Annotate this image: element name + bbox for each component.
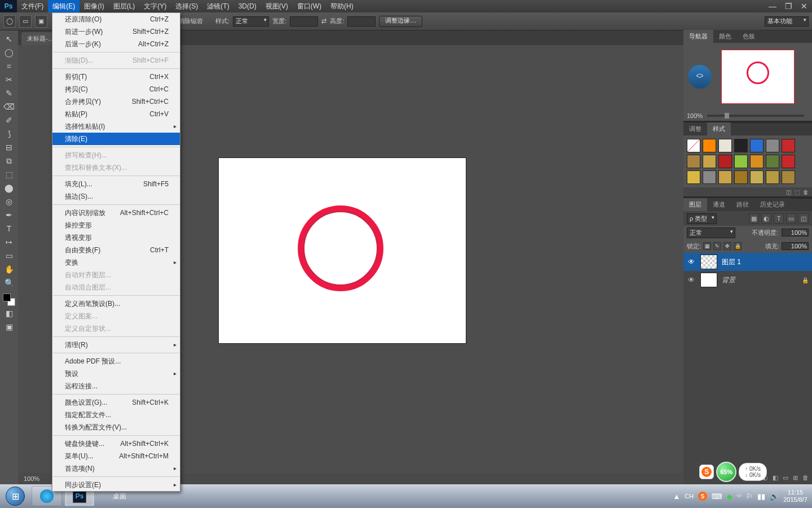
show-desktop-label[interactable]: 桌面 (96, 492, 143, 501)
tool-5[interactable]: ⌫ (2, 100, 16, 113)
menuitem-变换[interactable]: 变换 (52, 256, 180, 269)
tool-4[interactable]: ✎ (2, 87, 16, 99)
maximize-button[interactable]: ❐ (780, 0, 796, 12)
minimize-button[interactable]: — (765, 0, 780, 12)
menu-窗口(W)[interactable]: 窗口(W) (293, 0, 326, 12)
style-swatch-8[interactable] (703, 155, 716, 168)
style-swatch-2[interactable] (718, 139, 732, 152)
menu-文件(F)[interactable]: 文件(F) (17, 0, 48, 12)
filter-type-icon[interactable]: T (774, 213, 784, 224)
tool-2[interactable]: ⌗ (2, 60, 16, 72)
menuitem-粘贴(P)[interactable]: 粘贴(P)Ctrl+V (52, 108, 180, 120)
tab-history[interactable]: 历史记录 (754, 198, 791, 211)
tab-swatches[interactable]: 色板 (737, 30, 761, 43)
blend-mode-select[interactable]: 正常 (687, 227, 735, 238)
tray-network-icon[interactable]: ▮▮ (757, 492, 765, 501)
menu-图层(L)[interactable]: 图层(L) (109, 0, 140, 12)
tab-navigator[interactable]: 导航器 (683, 30, 713, 43)
style-swatch-13[interactable] (782, 155, 795, 168)
menuitem-合并拷贝(Y)[interactable]: 合并拷贝(Y)Shift+Ctrl+C (52, 95, 180, 108)
tool-preset-icon[interactable]: ◯ (3, 15, 16, 28)
navigator-zoom-slider[interactable] (707, 115, 804, 117)
visibility-icon[interactable]: 👁 (687, 258, 696, 266)
tool-13[interactable]: ✒ (2, 209, 16, 221)
style-swatch-15[interactable] (703, 170, 716, 184)
lock-pos-icon[interactable]: ✥ (723, 242, 731, 250)
style-select[interactable]: 正常 (233, 16, 269, 27)
style-swatch-11[interactable] (750, 155, 764, 168)
menu-视图(V)[interactable]: 视图(V) (261, 0, 293, 12)
menuitem-内容识别缩放[interactable]: 内容识别缩放Alt+Shift+Ctrl+C (52, 207, 180, 219)
style-swatch-0[interactable] (687, 139, 700, 152)
menuitem-还原清除(O)[interactable]: 还原清除(O)Ctrl+Z (52, 13, 180, 25)
fill-input[interactable]: 100% (782, 242, 809, 250)
start-button[interactable]: ⊞ (0, 484, 30, 508)
layer-foot-btn-5[interactable]: ⊞ (793, 474, 798, 481)
menu-图像(I)[interactable]: 图像(I) (80, 0, 108, 12)
menuitem-预设[interactable]: 预设 (52, 367, 180, 380)
lock-all-icon[interactable]: 🔒 (734, 242, 742, 250)
filter-shape-icon[interactable]: ▭ (786, 213, 796, 224)
tab-color[interactable]: 颜色 (713, 30, 737, 43)
tool-7[interactable]: ⟆ (2, 128, 16, 140)
style-swatch-10[interactable] (734, 155, 748, 168)
tray-shield-icon[interactable]: ◆ (727, 492, 732, 501)
layer-row-0[interactable]: 👁图层 1 (683, 253, 812, 271)
menuitem-选择性粘贴(I)[interactable]: 选择性粘贴(I) (52, 120, 180, 133)
style-swatch-12[interactable] (766, 155, 779, 168)
navigator-thumbnail[interactable] (721, 50, 795, 104)
filter-adjust-icon[interactable]: ◐ (761, 213, 771, 224)
tray-clock[interactable]: 11:15 2015/8/7 (783, 489, 807, 503)
style-swatch-14[interactable] (687, 170, 700, 184)
menuitem-定义画笔预设(B)...[interactable]: 定义画笔预设(B)... (52, 297, 180, 310)
tray-sogou-icon[interactable]: S (698, 492, 707, 501)
tray-ime[interactable]: CH (685, 493, 694, 500)
menu-文字(Y)[interactable]: 文字(Y) (139, 0, 171, 12)
tab-paths[interactable]: 路径 (731, 198, 754, 211)
accelerator-badge[interactable]: 65% (716, 462, 736, 482)
tab-styles[interactable]: 样式 (707, 122, 731, 135)
layer-foot-btn-4[interactable]: ▭ (783, 474, 788, 481)
menuitem-前进一步(W)[interactable]: 前进一步(W)Shift+Ctrl+Z (52, 25, 180, 38)
navigator-zoom[interactable]: 100% (687, 112, 703, 119)
tool-12[interactable]: ◎ (2, 195, 16, 208)
menuitem-指定配置文件...[interactable]: 指定配置文件... (52, 409, 180, 421)
tool-3[interactable]: ✂ (2, 73, 16, 86)
menu-滤镜(T)[interactable]: 滤镜(T) (202, 0, 233, 12)
tool-0[interactable]: ↖ (2, 33, 16, 45)
tool-mode-1[interactable]: ▣ (2, 321, 16, 333)
menuitem-Adobe PDF 预设...[interactable]: Adobe PDF 预设... (52, 355, 180, 367)
style-swatch-1[interactable] (703, 139, 716, 152)
style-swatch-3[interactable] (734, 139, 748, 152)
tab-layers[interactable]: 图层 (683, 198, 707, 211)
zoom-level[interactable]: 100% (24, 475, 39, 482)
menu-3D(D)[interactable]: 3D(D) (234, 0, 261, 12)
tab-channels[interactable]: 通道 (707, 198, 731, 211)
style-swatch-5[interactable] (766, 139, 779, 152)
style-swatch-19[interactable] (766, 170, 779, 184)
layer-name[interactable]: 背景 (722, 275, 735, 285)
menuitem-后退一步(K)[interactable]: 后退一步(K)Alt+Ctrl+Z (52, 38, 180, 50)
tray-flag-icon[interactable]: ⚐ (746, 492, 753, 501)
tray-up-icon[interactable]: ▲ (673, 492, 680, 501)
tool-10[interactable]: ⬚ (2, 168, 16, 181)
edit-menu-dropdown[interactable]: 还原清除(O)Ctrl+Z前进一步(W)Shift+Ctrl+Z后退一步(K)A… (52, 12, 180, 492)
tool-8[interactable]: ⊟ (2, 141, 16, 154)
style-swatch-20[interactable] (782, 170, 795, 184)
height-field[interactable] (347, 16, 376, 27)
filter-pixel-icon[interactable]: ▦ (749, 213, 759, 224)
opacity-input[interactable]: 100% (782, 229, 809, 237)
refine-edge-button[interactable]: 调整边缘… (379, 16, 422, 27)
menuitem-同步设置(E)[interactable]: 同步设置(E) (52, 479, 180, 491)
visibility-icon[interactable]: 👁 (687, 276, 696, 284)
menuitem-清除(E)[interactable]: 清除(E) (52, 133, 180, 145)
filter-smart-icon[interactable]: ◫ (798, 213, 809, 224)
tool-9[interactable]: ⧉ (2, 155, 16, 167)
tool-16[interactable]: ▭ (2, 249, 16, 262)
menuitem-操控变形[interactable]: 操控变形 (52, 219, 180, 231)
workspace-select[interactable]: 基本功能 (765, 16, 809, 27)
style-swatch-16[interactable] (718, 170, 732, 184)
menuitem-清理(R)[interactable]: 清理(R) (52, 339, 180, 351)
document-canvas[interactable] (219, 158, 466, 343)
menuitem-键盘快捷键...[interactable]: 键盘快捷键...Alt+Shift+Ctrl+K (52, 437, 180, 450)
